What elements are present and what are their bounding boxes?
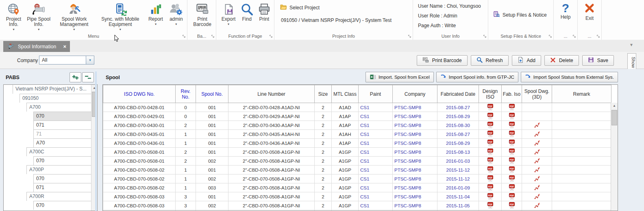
pdf-icon[interactable]: PDF — [509, 175, 515, 182]
exit-button[interactable]: Exit — [578, 2, 601, 21]
cell-line[interactable]: 2"-CBD-070-0508-A1GP-NI — [228, 174, 315, 183]
cell-paint[interactable]: CS1 — [359, 166, 393, 174]
print-button[interactable]: Print — [256, 1, 273, 23]
cell-fab-iso[interactable]: PDF — [502, 166, 522, 174]
cell-iso[interactable]: A700-CBD-070-0508-02 — [103, 174, 176, 183]
cell-paint[interactable]: CS1 — [359, 174, 393, 183]
cell-dwg3d[interactable] — [522, 103, 552, 112]
table-row[interactable]: A700-CBD-070-0508-0210012"-CBD-070-0508-… — [103, 166, 611, 174]
cell-paint[interactable]: CS1 — [359, 148, 393, 157]
cell-mtl[interactable]: A1GP — [332, 183, 359, 192]
tree-node-071[interactable]: 071 — [33, 121, 91, 129]
pdf-icon[interactable]: PDF — [509, 131, 515, 137]
cell-remark[interactable] — [552, 166, 611, 174]
column-header-spool-no-[interactable]: Spool No. — [196, 85, 228, 103]
cell-mtl[interactable]: A1AP — [332, 112, 359, 121]
cell-company[interactable]: PTSC-SMP8 — [393, 174, 437, 183]
cell-spool[interactable]: 003 — [196, 183, 228, 192]
cell-company[interactable]: PTSC-SMP8 — [393, 130, 437, 139]
cell-spool[interactable]: 001 — [196, 148, 228, 157]
cell-mtl[interactable]: A1AH — [332, 130, 359, 139]
dialog-launcher-icon[interactable] — [269, 34, 273, 38]
tree-expand-all-button[interactable] — [70, 72, 81, 82]
cell-rev[interactable]: 2 — [176, 157, 196, 166]
dialog-launcher-icon[interactable] — [408, 34, 411, 38]
tree-node-091050[interactable]: ◢091050 — [20, 94, 91, 103]
cell-iso[interactable]: A700-CBD-070-0435-01 — [103, 130, 176, 139]
cell-company[interactable]: PTSC-SMP8 — [393, 121, 437, 130]
table-row[interactable]: A700-CBD-070-0508-0210032"-CBD-070-0508-… — [103, 183, 611, 192]
cell-mtl[interactable]: A1AD — [332, 103, 359, 112]
tree-node-070[interactable]: 070 — [33, 156, 91, 165]
cell-dwg3d[interactable] — [522, 148, 552, 157]
column-header-rev-no-[interactable]: Rev. No. — [176, 85, 196, 103]
cell-company[interactable]: PTSC-SMP8 — [393, 148, 437, 157]
cell-fab-iso[interactable]: PDF — [502, 201, 522, 210]
cell-date[interactable]: 2016-01-09 — [437, 183, 479, 192]
cell-date[interactable]: 2015-08-30 — [437, 121, 479, 130]
pdf-icon[interactable]: PDF — [509, 184, 515, 191]
pdf-icon[interactable]: PDF — [509, 113, 515, 119]
spool-3d-drawing-icon[interactable] — [534, 158, 540, 164]
column-header-mtl-class[interactable]: MTL Class — [332, 85, 359, 103]
cell-size[interactable]: 2 — [315, 183, 332, 192]
cell-paint[interactable]: CS1 — [359, 103, 393, 112]
cell-line[interactable]: 2"-CBD-070-0508-A1GP-NI — [228, 201, 315, 210]
dialog-launcher-icon[interactable] — [596, 34, 600, 38]
cell-date[interactable]: 2015-11-05 — [437, 201, 479, 210]
tree-node-071[interactable]: 071 — [33, 183, 91, 192]
cell-date[interactable]: 2015-08-27 — [437, 130, 479, 139]
cell-iso[interactable]: A700-CBD-070-0430-01 — [103, 121, 176, 130]
cell-spool[interactable]: 001 — [196, 166, 228, 174]
cell-mtl[interactable]: A1AP — [332, 121, 359, 130]
cell-paint[interactable]: CS1 — [359, 121, 393, 130]
column-header-spool-dwg-3d-[interactable]: Spool Dwg. (3D) — [522, 85, 552, 103]
cell-line[interactable]: 2"-CBD-070-0429-A1AP-NI — [228, 112, 315, 121]
pdf-icon[interactable]: PDF — [487, 131, 493, 137]
cell-date[interactable]: 2015-08-29 — [437, 139, 479, 148]
spool-3d-drawing-icon[interactable] — [534, 176, 540, 181]
print-barcode-ribbon-button[interactable]: Print Barcode — [190, 1, 215, 28]
cell-rev[interactable]: 1 — [176, 166, 196, 174]
cell-rev[interactable]: 1 — [176, 183, 196, 192]
spool-3d-drawing-icon[interactable] — [534, 185, 540, 190]
report-menu-button[interactable]: Report ▾ — [145, 1, 166, 27]
cell-remark[interactable] — [552, 157, 611, 166]
cell-remark[interactable] — [552, 112, 611, 121]
cell-design-iso[interactable]: PDF — [479, 112, 502, 121]
cell-rev[interactable]: 1 — [176, 174, 196, 183]
cell-mtl[interactable]: A1GP — [332, 174, 359, 183]
cell-spool[interactable]: 001 — [196, 130, 228, 139]
cell-iso[interactable]: A700-CBD-070-0428-01 — [103, 103, 176, 112]
cell-iso[interactable]: A700-CBD-070-0508-03 — [103, 192, 176, 201]
cell-iso[interactable]: A700-CBD-070-0436-01 — [103, 139, 176, 148]
table-row[interactable]: A700-CBD-070-0508-0120012"-CBD-070-0508-… — [103, 148, 611, 157]
tree-node-a700[interactable]: ◢A700 — [26, 103, 91, 112]
cell-iso[interactable]: A700-CBD-070-0429-01 — [103, 112, 176, 121]
cell-fab-iso[interactable]: PDF — [502, 121, 522, 130]
cell-fab-iso[interactable]: PDF — [502, 130, 522, 139]
tab-spool-information[interactable]: Spool Information × — [3, 41, 70, 52]
scroll-up-icon[interactable]: ▲ — [611, 103, 618, 109]
cell-size[interactable]: 2 — [315, 192, 332, 201]
cell-rev[interactable]: 0 — [176, 103, 196, 112]
cell-iso[interactable]: A700-CBD-070-0508-03 — [103, 201, 176, 210]
cell-rev[interactable]: 2 — [176, 148, 196, 157]
cell-spool[interactable]: 001 — [196, 121, 228, 130]
column-header-remark[interactable]: Remark — [552, 85, 611, 103]
tree-node-a700r[interactable]: ◢A700R — [26, 192, 91, 201]
cell-rev[interactable]: 0 — [176, 112, 196, 121]
pdf-icon[interactable]: PDF — [509, 193, 515, 200]
pdf-icon[interactable]: PDF — [487, 122, 493, 128]
cell-spool[interactable]: 002 — [196, 157, 228, 166]
cell-spool[interactable]: 002 — [196, 174, 228, 183]
cell-iso[interactable]: A700-CBD-070-0508-02 — [103, 166, 176, 174]
spool-3d-drawing-icon[interactable] — [534, 202, 540, 208]
cell-remark[interactable] — [552, 183, 611, 192]
cell-date[interactable]: 2015-08-27 — [437, 103, 479, 112]
panel-splitter[interactable] — [95, 71, 97, 211]
column-header-paint[interactable]: Paint — [359, 85, 393, 103]
cell-mtl[interactable]: A1GP — [332, 201, 359, 210]
cell-spool[interactable]: 001 — [196, 192, 228, 201]
cell-spool[interactable]: 001 — [196, 139, 228, 148]
